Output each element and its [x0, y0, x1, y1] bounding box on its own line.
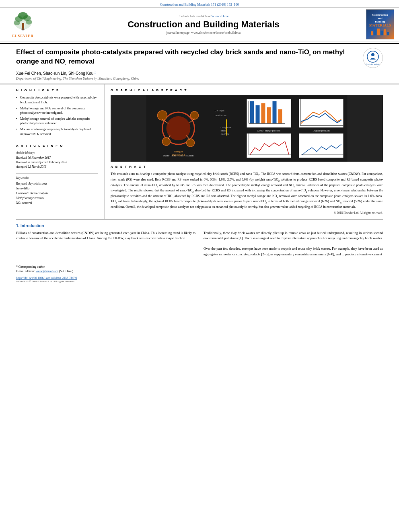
cover-materials-label: MATERIALS [369, 23, 391, 27]
right-column: G R A P H I C A L A B S T R A C T [105, 84, 383, 219]
intro-right-text: Traditionally, these clay brick wastes a… [204, 230, 383, 257]
svg-rect-34 [256, 105, 260, 123]
svg-rect-38 [278, 109, 282, 123]
svg-rect-33 [250, 101, 254, 123]
corresponding-note: * Corresponding author. [16, 265, 383, 269]
svg-text:photo-: photo- [221, 129, 227, 132]
received-date: Received 30 November 2017 Received in re… [16, 156, 98, 169]
abstract-text: This research aims to develop a composit… [111, 172, 383, 210]
journal-title-center: Contents lists available at ScienceDirec… [41, 14, 366, 35]
highlights-abstract-section: H I G H L I G H T S Composite photocatal… [0, 84, 399, 219]
journal-cover-image: Construction and Building MATERIALS [366, 9, 394, 39]
elsevier-logo: ELSEVIER [5, 11, 41, 38]
check-updates-badge: Check for updates [363, 48, 383, 68]
check-updates-text: Check for updates [366, 63, 380, 65]
journal-ref-bar: Construction and Building Materials 171 … [0, 0, 399, 7]
svg-point-6 [14, 21, 20, 25]
copyright-notice: © 2018 Elsevier Ltd. All rights reserved… [111, 211, 383, 215]
graphical-abstract-heading: G R A P H I C A L A B S T R A C T [111, 88, 383, 93]
svg-text:Composite: Composite [221, 126, 231, 129]
article-info-section: A R T I C L E I N F O Article history: R… [16, 144, 98, 169]
author-3: Shi-Cong Kou [68, 71, 93, 76]
issn-line: 0950-0618/© 2018 Elsevier Ltd. All right… [16, 280, 383, 283]
keywords-list: Recycled clay brick sands Nano-TiO₂ Comp… [16, 181, 98, 205]
intro-left-text: Billions of construction and demolition … [16, 230, 195, 257]
svg-text:catalysts: catalysts [221, 133, 229, 135]
svg-rect-11 [377, 29, 380, 35]
doi-link[interactable]: https://doi.org/10.1016/j.conbuildmat.20… [16, 276, 77, 280]
svg-text:Degrade products: Degrade products [313, 129, 330, 132]
svg-point-22 [162, 138, 171, 146]
keywords-label: Keywords: [16, 176, 98, 180]
article-info-heading: A R T I C L E I N F O [16, 144, 98, 148]
svg-rect-54 [299, 134, 343, 158]
svg-point-21 [191, 111, 199, 119]
keyword: Methyl orange removal [16, 196, 98, 201]
left-divider [16, 139, 98, 139]
svg-rect-10 [374, 30, 376, 35]
highlights-section: H I G H L I G H T S Composite photocatal… [16, 88, 98, 136]
svg-point-8 [21, 28, 25, 31]
svg-point-5 [18, 12, 28, 19]
keyword: Composite photo-catalysts [16, 191, 98, 196]
keyword: Nano-TiO₂ [16, 186, 98, 191]
svg-point-16 [371, 53, 374, 56]
article-title: Effect of composite photo-catalysts prep… [16, 48, 359, 66]
author-2: Shao-run Lin, [43, 71, 68, 76]
email-link[interactable]: kousc@szu.edu.cn [36, 269, 58, 273]
cover-text: Construction and Building [372, 13, 388, 23]
svg-rect-12 [380, 31, 383, 35]
authors-line: Xue-Fei Chen, Shao-run Lin, Shi-Cong Kou… [16, 71, 383, 76]
keyword: Recycled clay brick sands [16, 181, 98, 186]
svg-text:Methyl orange products: Methyl orange products [257, 129, 281, 132]
graphical-abstract-section: G R A P H I C A L A B S T R A C T [111, 88, 383, 162]
introduction-section: 1. Introduction Billions of construction… [0, 220, 399, 287]
journal-homepage: journal homepage: www.elsevier.com/locat… [41, 31, 366, 35]
svg-text:UV light: UV light [215, 109, 225, 112]
intro-text-columns: Billions of construction and demolition … [16, 230, 383, 257]
svg-point-19 [167, 116, 191, 140]
svg-rect-13 [384, 29, 386, 35]
corresponding-link[interactable]: * [95, 71, 95, 74]
svg-text:oxides(NOₓ): oxides(NOₓ) [172, 154, 185, 156]
graphical-abstract-image: Nano-TiO₂ RCBS solution UV light irradia… [111, 95, 383, 162]
journal-main-title: Construction and Building Materials [41, 19, 366, 30]
check-updates-icon [367, 51, 379, 63]
svg-rect-14 [387, 32, 389, 35]
highlights-heading: H I G H L I G H T S [16, 88, 98, 93]
svg-rect-37 [273, 101, 277, 123]
article-title-section: Effect of composite photo-catalysts prep… [0, 44, 399, 84]
journal-header: Construction and Building Materials 171 … [0, 0, 399, 44]
journal-ref: Construction and Building Materials 171 … [160, 2, 239, 6]
left-column: H I G H L I G H T S Composite photocatal… [16, 84, 105, 219]
footnote-section: * Corresponding author. E-mail address: … [16, 262, 383, 283]
highlights-list: Composite photocatalysts were prepared w… [16, 95, 98, 136]
page: Construction and Building Materials 171 … [0, 0, 399, 532]
abstract-heading: A B S T R A C T [111, 165, 383, 169]
keywords-section: Keywords: Recycled clay brick sands Nano… [16, 173, 98, 205]
highlight-item: Mortars containing composite photocataly… [16, 127, 98, 136]
svg-rect-35 [261, 103, 265, 123]
svg-point-20 [158, 111, 167, 120]
graphical-abstract-svg: Nano-TiO₂ RCBS solution UV light irradia… [111, 95, 383, 162]
affiliation: Department of Civil Engineering, The She… [16, 76, 383, 80]
elsevier-tree-icon [11, 11, 35, 33]
highlight-item: Methyl orange and NOₓ removal of the com… [16, 106, 98, 115]
keyword: NOₓ removal [16, 201, 98, 205]
abstract-section: A B S T R A C T This research aims to de… [111, 165, 383, 215]
history-label: Article history: [16, 151, 98, 154]
sciencedirect-link[interactable]: ScienceDirect [212, 14, 230, 18]
svg-text:irradiation: irradiation [215, 114, 227, 117]
intro-heading: 1. Introduction [16, 224, 383, 228]
email-note: E-mail address: kousc@szu.edu.cn (S.-C. … [16, 269, 383, 273]
svg-point-23 [187, 139, 195, 147]
highlight-item: Composite photocatalysts were prepared w… [16, 95, 98, 104]
author-1: Xue-Fei Chen, [16, 71, 43, 76]
svg-point-15 [367, 51, 378, 62]
svg-rect-51 [247, 134, 291, 158]
svg-rect-9 [371, 31, 373, 35]
svg-rect-36 [267, 107, 271, 123]
highlight-item: Methyl orange removal of samples with th… [16, 117, 98, 125]
header-content: ELSEVIER Contents lists available at Sci… [0, 7, 399, 41]
elsevier-label: ELSEVIER [12, 34, 34, 38]
